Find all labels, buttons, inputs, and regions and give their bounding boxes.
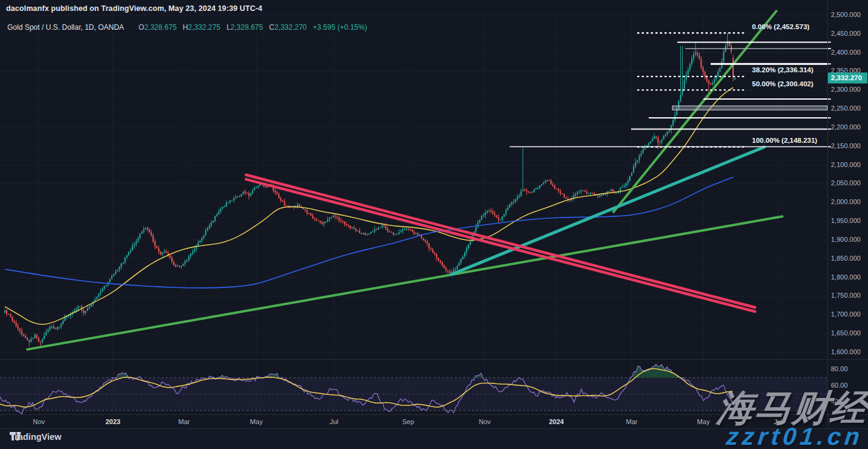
- price-tick-label: 2,350.000: [831, 67, 861, 74]
- price-tick-label: 2,000.000: [831, 198, 861, 205]
- tradingview-chart-window: 2,500.0002,450.0002,400.0002,350.0002,30…: [0, 0, 868, 449]
- price-tick-label: 2,150.000: [831, 142, 861, 149]
- symbol-title[interactable]: Gold Spot / U.S. Dollar, 1D, OANDA: [7, 23, 124, 32]
- price-tick-label: 2,050.000: [831, 179, 861, 187]
- price-tick-label: 1,900.000: [831, 236, 861, 243]
- high-value: 2,332.275: [188, 23, 220, 32]
- footer-bar: [0, 429, 868, 449]
- rsi-pane[interactable]: [0, 360, 827, 414]
- rsi-tick-label: 40.00: [831, 398, 848, 405]
- time-tick-label: 2023: [106, 418, 120, 425]
- price-tick-label: 1,800.000: [831, 273, 861, 281]
- main-chart-pane[interactable]: [0, 15, 827, 360]
- time-tick-label: May: [250, 418, 263, 425]
- price-tick-label: 2,400.000: [831, 49, 861, 56]
- price-axis[interactable]: [827, 0, 868, 428]
- time-tick-label: Nov: [33, 418, 45, 425]
- price-tick-label: 1,750.000: [831, 292, 861, 299]
- rsi-tick-label: 80.00: [831, 365, 848, 372]
- price-tick-label: 1,850.000: [831, 255, 861, 262]
- chart-background-layer: 2,500.0002,450.0002,400.0002,350.0002,30…: [0, 0, 868, 449]
- close-label: C: [269, 23, 275, 32]
- price-tick-label: 2,450.000: [831, 30, 861, 37]
- price-tick-label: 1,600.000: [831, 348, 861, 355]
- attribution-text: dacolmanfx published on TradingView.com,…: [6, 4, 262, 13]
- time-tick-label: May: [697, 418, 710, 425]
- price-tick-label: 2,200.000: [831, 123, 861, 131]
- change-value: +3.595 (+0.15%): [313, 23, 367, 32]
- price-tick-label: 1,700.000: [831, 310, 861, 318]
- time-tick-label: Mar: [626, 418, 638, 425]
- tradingview-footer[interactable]: TradingView: [10, 432, 61, 442]
- price-tick-label: 1,950.000: [831, 217, 861, 224]
- open-value: 2,328.675: [144, 23, 176, 32]
- price-tick-label: 2,100.000: [831, 161, 861, 168]
- price-tick-label: 2,300.000: [831, 86, 861, 93]
- time-tick-label: Mar: [179, 418, 190, 425]
- time-tick-label: Jul: [774, 418, 782, 425]
- rsi-tick-label: 60.00: [831, 382, 848, 389]
- price-tick-label: 2,500.000: [831, 11, 861, 18]
- low-label: L: [227, 23, 231, 32]
- price-tick-label: 1,650.000: [831, 329, 861, 337]
- tradingview-logo-icon[interactable]: [10, 432, 21, 441]
- low-value: 2,328.675: [231, 23, 263, 32]
- time-tick-label: Nov: [479, 418, 491, 425]
- price-tick-label: 2,250.000: [831, 105, 861, 112]
- time-tick-label: 2024: [549, 418, 564, 425]
- time-tick-label: Sep: [402, 418, 414, 425]
- symbol-legend[interactable]: Gold Spot / U.S. Dollar, 1D, OANDAO2,328…: [7, 23, 367, 32]
- time-tick-label: Jul: [330, 418, 338, 425]
- close-value: 2,332.270: [275, 23, 307, 32]
